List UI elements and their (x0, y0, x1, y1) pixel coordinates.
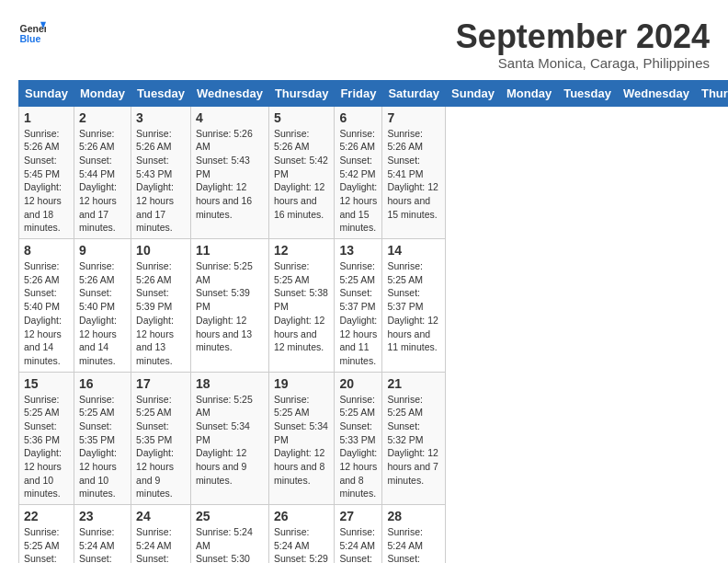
day-info: Sunrise: 5:25 AMSunset: 5:34 PMDaylight:… (274, 394, 328, 486)
calendar-cell: 26 Sunrise: 5:24 AMSunset: 5:29 PMDaylig… (268, 505, 335, 563)
col-header-wednesday: Wednesday (617, 80, 695, 106)
day-number: 20 (339, 376, 377, 391)
day-number: 14 (387, 243, 440, 258)
col-header-sunday: Sunday (19, 80, 74, 106)
day-number: 6 (339, 110, 377, 125)
day-info: Sunrise: 5:25 AMSunset: 5:32 PMDaylight:… (24, 526, 62, 563)
calendar-cell: 23 Sunrise: 5:24 AMSunset: 5:31 PMDaylig… (74, 505, 131, 563)
day-info: Sunrise: 5:25 AMSunset: 5:35 PMDaylight:… (136, 394, 174, 500)
day-number: 17 (136, 376, 186, 391)
calendar-cell: 20 Sunrise: 5:25 AMSunset: 5:33 PMDaylig… (335, 372, 382, 505)
day-number: 21 (387, 376, 440, 391)
day-number: 18 (196, 376, 264, 391)
calendar-cell: 5 Sunrise: 5:26 AMSunset: 5:42 PMDayligh… (268, 106, 335, 239)
col-header-wednesday: Wednesday (190, 80, 268, 106)
day-info: Sunrise: 5:26 AMSunset: 5:40 PMDaylight:… (24, 260, 62, 366)
day-number: 25 (196, 509, 264, 523)
header-row: SundayMondayTuesdayWednesdayThursdayFrid… (19, 80, 729, 106)
calendar-cell: 17 Sunrise: 5:25 AMSunset: 5:35 PMDaylig… (131, 372, 191, 505)
day-info: Sunrise: 5:26 AMSunset: 5:40 PMDaylight:… (79, 260, 117, 366)
day-info: Sunrise: 5:24 AMSunset: 5:30 PMDaylight:… (196, 526, 253, 563)
calendar-cell: 14 Sunrise: 5:25 AMSunset: 5:37 PMDaylig… (382, 239, 446, 373)
day-number: 10 (136, 243, 186, 258)
calendar-cell: 7 Sunrise: 5:26 AMSunset: 5:41 PMDayligh… (382, 106, 446, 239)
day-info: Sunrise: 5:24 AMSunset: 5:29 PMDaylight:… (339, 526, 377, 563)
calendar-cell: 10 Sunrise: 5:26 AMSunset: 5:39 PMDaylig… (131, 239, 191, 373)
day-info: Sunrise: 5:24 AMSunset: 5:28 PMDaylight:… (387, 526, 438, 563)
day-info: Sunrise: 5:26 AMSunset: 5:39 PMDaylight:… (136, 260, 174, 366)
day-info: Sunrise: 5:26 AMSunset: 5:42 PMDaylight:… (339, 128, 377, 234)
col-header-monday: Monday (74, 80, 131, 106)
day-number: 26 (274, 509, 330, 523)
day-info: Sunrise: 5:24 AMSunset: 5:30 PMDaylight:… (136, 526, 174, 563)
calendar-cell: 21 Sunrise: 5:25 AMSunset: 5:32 PMDaylig… (382, 372, 446, 505)
location-subtitle: Santa Monica, Caraga, Philippines (456, 55, 710, 71)
day-number: 9 (79, 243, 126, 258)
calendar-cell: 8 Sunrise: 5:26 AMSunset: 5:40 PMDayligh… (19, 239, 74, 373)
day-info: Sunrise: 5:25 AMSunset: 5:34 PMDaylight:… (196, 394, 253, 486)
day-number: 8 (24, 243, 69, 258)
day-info: Sunrise: 5:26 AMSunset: 5:42 PMDaylight:… (274, 128, 328, 220)
day-info: Sunrise: 5:25 AMSunset: 5:32 PMDaylight:… (387, 394, 438, 486)
day-number: 27 (339, 509, 377, 523)
day-number: 2 (79, 110, 126, 125)
col-header-tuesday: Tuesday (558, 80, 618, 106)
day-info: Sunrise: 5:25 AMSunset: 5:33 PMDaylight:… (339, 394, 377, 500)
calendar-cell: 6 Sunrise: 5:26 AMSunset: 5:42 PMDayligh… (335, 106, 382, 239)
day-number: 23 (79, 509, 126, 523)
day-number: 19 (274, 376, 330, 391)
day-number: 3 (136, 110, 186, 125)
day-number: 15 (24, 376, 69, 391)
calendar-cell: 22 Sunrise: 5:25 AMSunset: 5:32 PMDaylig… (19, 505, 74, 563)
col-header-tuesday: Tuesday (131, 80, 191, 106)
svg-text:Blue: Blue (20, 33, 41, 44)
day-info: Sunrise: 5:26 AMSunset: 5:44 PMDaylight:… (79, 128, 117, 234)
day-number: 13 (339, 243, 377, 258)
day-info: Sunrise: 5:25 AMSunset: 5:37 PMDaylight:… (387, 260, 438, 352)
col-header-sunday: Sunday (446, 80, 501, 106)
title-area: September 2024 Santa Monica, Caraga, Phi… (456, 18, 710, 71)
day-number: 24 (136, 509, 186, 523)
day-info: Sunrise: 5:25 AMSunset: 5:37 PMDaylight:… (339, 260, 377, 366)
day-number: 1 (24, 110, 69, 125)
calendar-cell: 28 Sunrise: 5:24 AMSunset: 5:28 PMDaylig… (382, 505, 446, 563)
month-title: September 2024 (456, 18, 710, 55)
calendar-cell: 18 Sunrise: 5:25 AMSunset: 5:34 PMDaylig… (190, 372, 268, 505)
day-number: 28 (387, 509, 440, 523)
calendar-cell: 16 Sunrise: 5:25 AMSunset: 5:35 PMDaylig… (74, 372, 131, 505)
day-info: Sunrise: 5:26 AMSunset: 5:43 PMDaylight:… (196, 128, 253, 220)
calendar-cell: 4 Sunrise: 5:26 AMSunset: 5:43 PMDayligh… (190, 106, 268, 239)
day-info: Sunrise: 5:24 AMSunset: 5:29 PMDaylight:… (274, 526, 328, 563)
calendar-cell: 25 Sunrise: 5:24 AMSunset: 5:30 PMDaylig… (190, 505, 268, 563)
calendar-cell: 12 Sunrise: 5:25 AMSunset: 5:38 PMDaylig… (268, 239, 335, 373)
header: General Blue September 2024 Santa Monica… (18, 18, 710, 71)
day-number: 22 (24, 509, 69, 523)
day-number: 4 (196, 110, 264, 125)
calendar-cell: 19 Sunrise: 5:25 AMSunset: 5:34 PMDaylig… (268, 372, 335, 505)
calendar-cell: 9 Sunrise: 5:26 AMSunset: 5:40 PMDayligh… (74, 239, 131, 373)
calendar-cell: 11 Sunrise: 5:25 AMSunset: 5:39 PMDaylig… (190, 239, 268, 373)
calendar-cell: 1 Sunrise: 5:26 AMSunset: 5:45 PMDayligh… (19, 106, 74, 239)
day-info: Sunrise: 5:25 AMSunset: 5:38 PMDaylight:… (274, 260, 328, 352)
calendar-week-2: 8 Sunrise: 5:26 AMSunset: 5:40 PMDayligh… (19, 239, 729, 373)
day-info: Sunrise: 5:24 AMSunset: 5:31 PMDaylight:… (79, 526, 117, 563)
calendar-cell: 2 Sunrise: 5:26 AMSunset: 5:44 PMDayligh… (74, 106, 131, 239)
day-info: Sunrise: 5:25 AMSunset: 5:35 PMDaylight:… (79, 394, 117, 500)
col-header-friday: Friday (335, 80, 382, 106)
calendar-cell: 15 Sunrise: 5:25 AMSunset: 5:36 PMDaylig… (19, 372, 74, 505)
calendar-week-3: 15 Sunrise: 5:25 AMSunset: 5:36 PMDaylig… (19, 372, 729, 505)
col-header-thursday: Thursday (695, 80, 728, 106)
col-header-thursday: Thursday (268, 80, 335, 106)
day-info: Sunrise: 5:26 AMSunset: 5:41 PMDaylight:… (387, 128, 438, 220)
day-info: Sunrise: 5:25 AMSunset: 5:39 PMDaylight:… (196, 260, 253, 352)
day-number: 7 (387, 110, 440, 125)
calendar-cell: 3 Sunrise: 5:26 AMSunset: 5:43 PMDayligh… (131, 106, 191, 239)
day-info: Sunrise: 5:26 AMSunset: 5:43 PMDaylight:… (136, 128, 174, 234)
day-number: 5 (274, 110, 330, 125)
calendar-table: SundayMondayTuesdayWednesdayThursdayFrid… (18, 80, 728, 563)
day-info: Sunrise: 5:26 AMSunset: 5:45 PMDaylight:… (24, 128, 62, 234)
calendar-week-1: 1 Sunrise: 5:26 AMSunset: 5:45 PMDayligh… (19, 106, 729, 239)
day-info: Sunrise: 5:25 AMSunset: 5:36 PMDaylight:… (24, 394, 62, 500)
calendar-week-4: 22 Sunrise: 5:25 AMSunset: 5:32 PMDaylig… (19, 505, 729, 563)
col-header-saturday: Saturday (382, 80, 446, 106)
